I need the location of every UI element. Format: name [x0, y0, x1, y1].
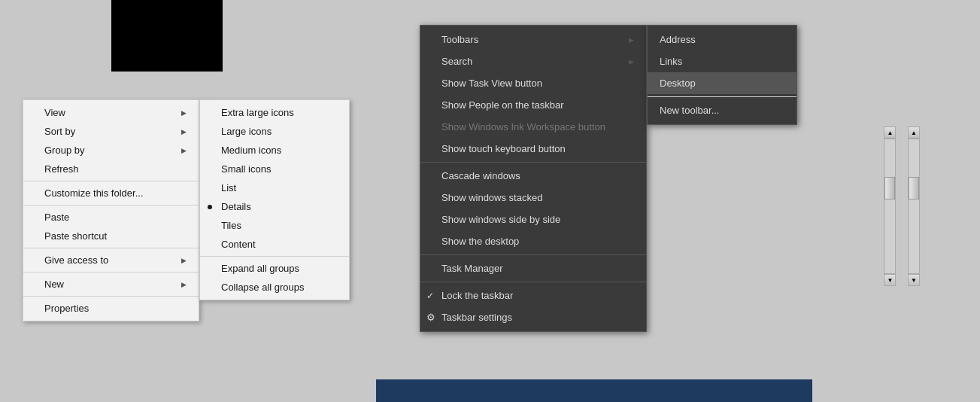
view-submenu: Extra large icons Large icons Medium ico…: [199, 99, 350, 300]
menu-item-customize[interactable]: Customize this folder...: [23, 184, 199, 203]
toolbars-new-toolbar[interactable]: New toolbar...: [648, 99, 796, 121]
toolbars-address[interactable]: Address: [648, 29, 796, 50]
toolbars-submenu: Address Links Desktop New toolbar...: [647, 25, 797, 125]
taskbar-menu-touch-keyboard-label: Show touch keyboard button: [441, 143, 566, 154]
submenu-large-icons[interactable]: Large icons: [200, 122, 349, 141]
taskbar-menu-task-manager-label: Task Manager: [441, 263, 503, 274]
taskbar-menu-cascade[interactable]: Cascade windows: [420, 165, 646, 187]
menu-item-customize-label: Customize this folder...: [44, 187, 144, 199]
menu-item-properties[interactable]: Properties: [23, 299, 199, 318]
menu-item-paste[interactable]: Paste: [23, 208, 199, 227]
toolbars-links[interactable]: Links: [648, 50, 796, 72]
taskbar-menu-side-by-side[interactable]: Show windows side by side: [420, 209, 646, 230]
separator-1: [23, 181, 199, 181]
submenu-details-label: Details: [221, 201, 251, 212]
submenu-tiles[interactable]: Tiles: [200, 216, 349, 235]
taskbar-sep-3: [420, 282, 646, 282]
taskbar-sep-1: [420, 162, 646, 163]
toolbars-sep: [648, 96, 796, 97]
scrollbar-thumb-left[interactable]: [884, 177, 895, 199]
taskbar-sep-2: [420, 254, 646, 255]
scroll-down-arrow-right[interactable]: ▼: [908, 274, 920, 286]
taskbar-menu-show-people[interactable]: Show People on the taskbar: [420, 94, 646, 116]
separator-3: [23, 248, 199, 248]
submenu-medium-icons[interactable]: Medium icons: [200, 141, 349, 160]
scrollbar-thumb-right[interactable]: [909, 177, 919, 199]
taskbar-menu-task-view-label: Show Task View button: [441, 78, 542, 89]
desktop: View Sort by Group by Refresh Customize …: [0, 0, 980, 402]
taskbar-menu-settings-label: Taskbar settings: [441, 312, 512, 323]
menu-item-give-access[interactable]: Give access to: [23, 251, 199, 270]
submenu-extra-large-label: Extra large icons: [221, 107, 294, 118]
submenu-tiles-label: Tiles: [221, 220, 241, 231]
taskbar-menu-lock[interactable]: ✓ Lock the taskbar: [420, 285, 646, 306]
taskbar-menu-toolbars[interactable]: Toolbars: [420, 29, 646, 50]
submenu-separator: [200, 256, 349, 257]
scroll-up-arrow-left[interactable]: ▲: [884, 126, 896, 139]
menu-item-paste-label: Paste: [44, 212, 69, 223]
submenu-list-label: List: [221, 182, 236, 193]
taskbar-menu-show-people-label: Show People on the taskbar: [441, 99, 564, 111]
submenu-content-label: Content: [221, 239, 256, 250]
file-explorer-context-menu: View Sort by Group by Refresh Customize …: [23, 99, 199, 321]
scrollbar-left: ▲ ▼: [884, 126, 896, 286]
scroll-up-arrow-right[interactable]: ▲: [908, 126, 920, 139]
taskbar-menu-stacked-label: Show windows stacked: [441, 192, 542, 203]
black-rectangle: [111, 0, 223, 72]
separator-4: [23, 272, 199, 273]
taskbar-menu-windows-ink-label: Show Windows Ink Workspace button: [441, 121, 605, 132]
taskbar-menu-settings[interactable]: ⚙ Taskbar settings: [420, 306, 646, 328]
check-icon: ✓: [426, 291, 434, 301]
menu-item-refresh[interactable]: Refresh: [23, 160, 199, 178]
taskbar-menu-search-label: Search: [441, 56, 472, 67]
taskbar-menu-task-manager[interactable]: Task Manager: [420, 257, 646, 279]
toolbars-links-label: Links: [660, 56, 682, 67]
submenu-collapse-all[interactable]: Collapse all groups: [200, 278, 349, 297]
menu-item-new[interactable]: New: [23, 275, 199, 294]
menu-item-refresh-label: Refresh: [44, 163, 79, 175]
taskbar-menu-windows-ink[interactable]: Show Windows Ink Workspace button: [420, 116, 646, 138]
submenu-list[interactable]: List: [200, 178, 349, 197]
submenu-content[interactable]: Content: [200, 235, 349, 254]
submenu-medium-icons-label: Medium icons: [221, 145, 281, 156]
submenu-small-icons-label: Small icons: [221, 163, 271, 175]
taskbar-menu-toolbars-label: Toolbars: [441, 34, 478, 45]
taskbar-menu-side-by-side-label: Show windows side by side: [441, 214, 560, 225]
taskbar-menu-touch-keyboard[interactable]: Show touch keyboard button: [420, 138, 646, 160]
scrollbar-track-right[interactable]: [908, 139, 920, 274]
taskbar-context-menu: Toolbars Search Show Task View button Sh…: [420, 25, 647, 332]
scroll-down-arrow-left[interactable]: ▼: [884, 274, 896, 286]
taskbar: [376, 379, 812, 402]
submenu-details[interactable]: Details: [200, 197, 349, 216]
menu-item-view[interactable]: View: [23, 103, 199, 122]
taskbar-menu-search[interactable]: Search: [420, 50, 646, 72]
menu-item-group-by[interactable]: Group by: [23, 141, 199, 160]
scrollbar-track-left[interactable]: [884, 139, 896, 274]
bullet-icon: [208, 205, 212, 209]
taskbar-menu-show-desktop-label: Show the desktop: [441, 236, 519, 247]
taskbar-menu-cascade-label: Cascade windows: [441, 170, 520, 181]
submenu-collapse-all-label: Collapse all groups: [221, 282, 305, 293]
taskbar-menu-lock-label: Lock the taskbar: [441, 290, 513, 301]
submenu-large-icons-label: Large icons: [221, 126, 272, 137]
submenu-small-icons[interactable]: Small icons: [200, 160, 349, 178]
submenu-expand-all[interactable]: Expand all groups: [200, 259, 349, 278]
toolbars-desktop-label: Desktop: [660, 78, 696, 89]
menu-item-properties-label: Properties: [44, 303, 89, 314]
scrollbar-right: ▲ ▼: [908, 126, 920, 286]
taskbar-menu-show-desktop[interactable]: Show the desktop: [420, 230, 646, 252]
separator-5: [23, 296, 199, 297]
menu-item-give-access-label: Give access to: [44, 254, 108, 266]
taskbar-menu-task-view[interactable]: Show Task View button: [420, 72, 646, 94]
menu-item-view-label: View: [44, 107, 65, 118]
taskbar-menu-stacked[interactable]: Show windows stacked: [420, 187, 646, 209]
gear-icon: ⚙: [426, 312, 435, 323]
menu-item-sort-by-label: Sort by: [44, 126, 75, 137]
menu-item-paste-shortcut[interactable]: Paste shortcut: [23, 227, 199, 245]
menu-item-new-label: New: [44, 279, 64, 290]
submenu-extra-large[interactable]: Extra large icons: [200, 103, 349, 122]
menu-item-group-by-label: Group by: [44, 145, 84, 156]
menu-item-sort-by[interactable]: Sort by: [23, 122, 199, 141]
scrollbar-area: ▲ ▼ ▲ ▼: [875, 126, 920, 286]
toolbars-desktop[interactable]: Desktop: [648, 72, 796, 94]
